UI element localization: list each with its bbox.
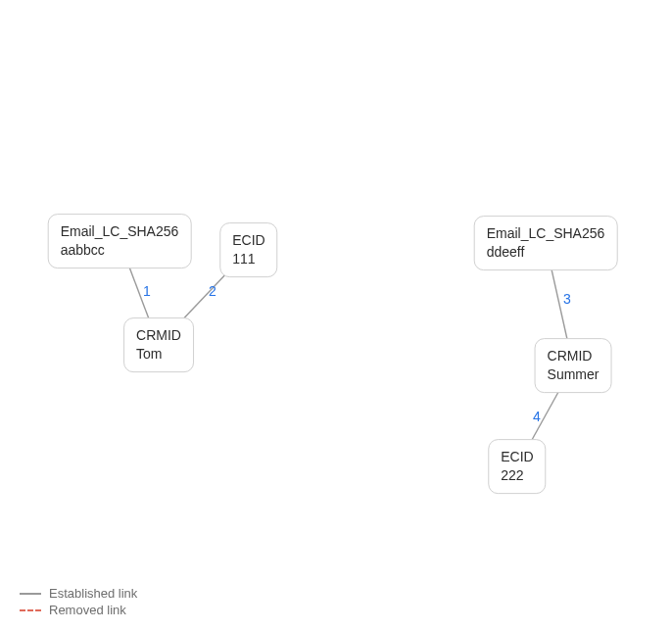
legend-established-swatch bbox=[20, 593, 41, 595]
legend-removed: Removed link bbox=[20, 603, 137, 617]
node-ecid-222-value: 222 bbox=[501, 466, 533, 485]
legend-removed-swatch bbox=[20, 609, 41, 611]
node-email-right: Email_LC_SHA256 ddeeff bbox=[474, 216, 618, 270]
node-email-left: Email_LC_SHA256 aabbcc bbox=[48, 214, 192, 268]
node-crmid-tom: CRMID Tom bbox=[123, 317, 194, 372]
node-crmid-summer-value: Summer bbox=[548, 365, 600, 384]
identity-graph-canvas: 1 2 3 4 Email_LC_SHA256 aabbcc ECID 111 … bbox=[0, 0, 672, 631]
node-ecid-222: ECID 222 bbox=[488, 439, 546, 494]
node-ecid-222-type: ECID bbox=[501, 448, 533, 466]
node-crmid-tom-type: CRMID bbox=[136, 326, 181, 345]
node-crmid-summer: CRMID Summer bbox=[535, 338, 612, 393]
node-ecid-111: ECID 111 bbox=[219, 222, 277, 277]
node-crmid-tom-value: Tom bbox=[136, 345, 181, 364]
node-ecid-111-type: ECID bbox=[232, 231, 264, 250]
node-email-left-value: aabbcc bbox=[61, 241, 179, 260]
legend-removed-label: Removed link bbox=[49, 603, 126, 617]
node-ecid-111-value: 111 bbox=[232, 250, 264, 268]
node-email-right-value: ddeeff bbox=[487, 243, 605, 262]
legend-established-label: Established link bbox=[49, 586, 137, 601]
node-email-right-type: Email_LC_SHA256 bbox=[487, 224, 605, 243]
links-layer bbox=[0, 0, 672, 631]
legend: Established link Removed link bbox=[20, 584, 137, 617]
node-email-left-type: Email_LC_SHA256 bbox=[61, 222, 179, 241]
node-crmid-summer-type: CRMID bbox=[548, 347, 600, 365]
legend-established: Established link bbox=[20, 586, 137, 601]
